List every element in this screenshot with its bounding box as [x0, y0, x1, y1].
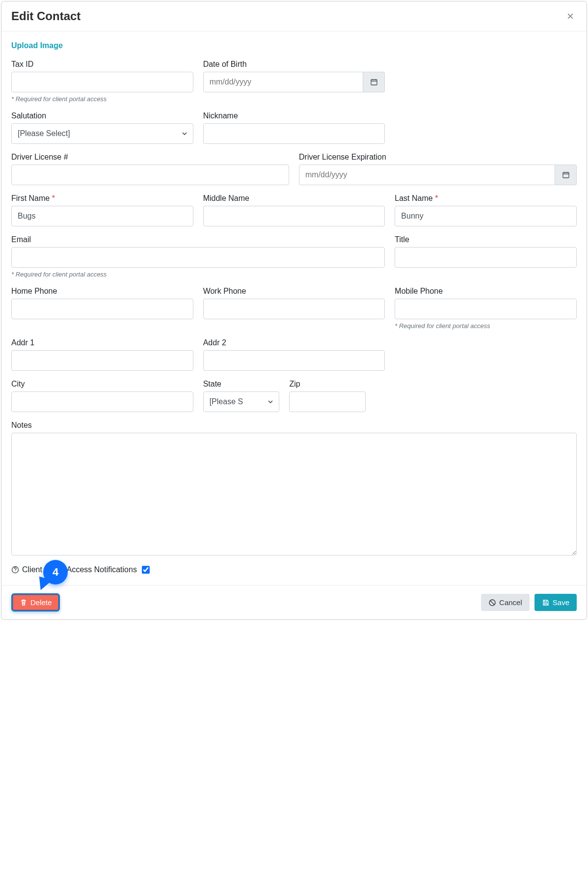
upload-image-link[interactable]: Upload Image: [11, 41, 63, 50]
save-icon: [542, 599, 550, 607]
required-asterisk: *: [435, 194, 438, 202]
mobile-phone-help: * Required for client portal access: [395, 322, 577, 330]
middle-name-label: Middle Name: [203, 194, 385, 203]
mobile-phone-input[interactable]: [395, 299, 577, 319]
tax-id-label: Tax ID: [11, 60, 193, 69]
tax-id-input[interactable]: [11, 72, 193, 92]
city-label: City: [11, 380, 193, 389]
close-button[interactable]: ×: [564, 10, 577, 23]
salutation-label: Salutation: [11, 111, 193, 120]
save-button[interactable]: Save: [535, 594, 577, 611]
dl-expiration-input[interactable]: [299, 165, 555, 185]
addr1-label: Addr 1: [11, 338, 193, 347]
calendar-icon: [370, 78, 378, 86]
client-portal-checkbox[interactable]: [142, 566, 150, 574]
tax-id-help: * Required for client portal access: [11, 95, 193, 103]
title-label: Title: [395, 235, 577, 244]
notes-textarea[interactable]: [11, 433, 577, 556]
dl-expiration-label: Driver License Expiration: [299, 153, 577, 162]
mobile-phone-label: Mobile Phone: [395, 287, 577, 296]
cancel-icon: [488, 599, 496, 607]
svg-rect-0: [371, 80, 377, 85]
nickname-input[interactable]: [203, 123, 385, 144]
required-asterisk: *: [52, 194, 55, 202]
home-phone-label: Home Phone: [11, 287, 193, 296]
driver-license-label: Driver License #: [11, 153, 289, 162]
dl-expiration-calendar-button[interactable]: [555, 165, 577, 185]
home-phone-input[interactable]: [11, 299, 193, 319]
city-input[interactable]: [11, 391, 193, 412]
cancel-label: Cancel: [499, 598, 522, 607]
middle-name-input[interactable]: [203, 206, 385, 226]
last-name-label: Last Name *: [395, 194, 577, 203]
dob-calendar-button[interactable]: [363, 72, 385, 92]
addr2-label: Addr 2: [203, 338, 385, 347]
trash-icon: [20, 599, 27, 607]
title-input[interactable]: [395, 247, 577, 268]
work-phone-label: Work Phone: [203, 287, 385, 296]
cancel-button[interactable]: Cancel: [481, 594, 530, 611]
dob-label: Date of Birth: [203, 60, 385, 69]
calendar-icon: [562, 171, 570, 179]
first-name-input[interactable]: [11, 206, 193, 226]
addr1-input[interactable]: [11, 350, 193, 371]
svg-rect-1: [563, 172, 569, 178]
delete-button[interactable]: Delete: [11, 593, 60, 611]
addr2-input[interactable]: [203, 350, 385, 371]
zip-input[interactable]: [289, 391, 366, 412]
email-label: Email: [11, 235, 385, 244]
email-input[interactable]: [11, 247, 385, 268]
salutation-select[interactable]: [Please Select]: [11, 123, 193, 144]
state-label: State: [203, 380, 280, 389]
state-select[interactable]: [Please S: [203, 391, 280, 412]
close-icon: ×: [567, 9, 574, 23]
work-phone-input[interactable]: [203, 299, 385, 319]
email-help: * Required for client portal access: [11, 271, 385, 278]
last-name-input[interactable]: [395, 206, 577, 226]
nickname-label: Nickname: [203, 111, 385, 120]
modal-title: Edit Contact: [11, 9, 80, 23]
driver-license-input[interactable]: [11, 165, 289, 185]
zip-label: Zip: [289, 380, 366, 389]
dob-input[interactable]: [203, 72, 364, 92]
first-name-label: First Name *: [11, 194, 193, 203]
help-icon[interactable]: [11, 566, 19, 574]
save-label: Save: [553, 598, 569, 607]
notes-label: Notes: [11, 421, 577, 430]
client-portal-label: Client Portal Access Notifications: [22, 565, 137, 574]
delete-label: Delete: [30, 598, 52, 607]
